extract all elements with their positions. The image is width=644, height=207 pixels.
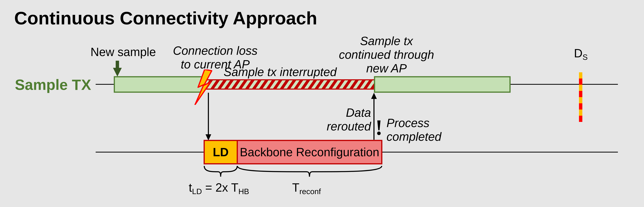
row-label-sample-tx: Sample TX [15, 76, 92, 93]
ld-box: LD [204, 140, 238, 164]
sample-tx-block-1 [114, 76, 204, 93]
row-label-text-b: TX [72, 76, 92, 93]
label-t-reconf: Treconf [292, 181, 321, 196]
brace-backbone [237, 165, 382, 181]
label-continued-l3: new AP [366, 62, 407, 75]
label-continued: Sample tx continued through new AP [328, 34, 445, 75]
arrow-rerouted-head [371, 93, 377, 99]
arrow-rerouted [374, 98, 374, 140]
label-data-rerouted-l1: Data [346, 106, 371, 119]
new-sample-arrow-stem [116, 61, 119, 69]
backbone-box-label: Backbone Reconfiguration [240, 145, 379, 159]
label-connection-loss-l1: Connection loss [173, 44, 258, 57]
diagram-title: Continuous Connectivity Approach [14, 8, 317, 29]
label-deadline: DS [574, 46, 588, 62]
label-t-ld: tLD = 2x THB [189, 181, 249, 196]
row-label-text-a: Sample [15, 76, 72, 93]
exclamation-icon: ! [375, 115, 383, 140]
label-process-l2: completed [386, 130, 441, 143]
arrow-interrupt-to-ld-head [206, 134, 211, 141]
label-process-completed: Process completed [386, 116, 451, 144]
label-new-sample: New sample [90, 45, 156, 59]
arrow-interrupt-to-ld [208, 93, 209, 135]
label-continued-l1: Sample tx [360, 34, 413, 47]
sample-tx-block-2 [374, 76, 510, 93]
label-data-rerouted: Data rerouted [323, 106, 371, 133]
brace-ld [204, 165, 238, 181]
deadline-marker [579, 72, 582, 123]
lightning-bolt-icon [194, 69, 214, 105]
label-process-l1: Process [386, 116, 430, 130]
sample-tx-interrupted [202, 79, 375, 90]
ld-box-label: LD [213, 145, 229, 159]
label-continued-l2: continued through [339, 48, 434, 61]
svg-marker-0 [195, 69, 212, 105]
label-interrupted: Sample tx interrupted [224, 65, 336, 79]
backbone-box: Backbone Reconfiguration [237, 140, 382, 164]
diagram-stage: Continuous Connectivity Approach Sample … [0, 0, 644, 207]
new-sample-arrow-head [113, 68, 122, 77]
label-data-rerouted-l2: rerouted [327, 120, 371, 133]
